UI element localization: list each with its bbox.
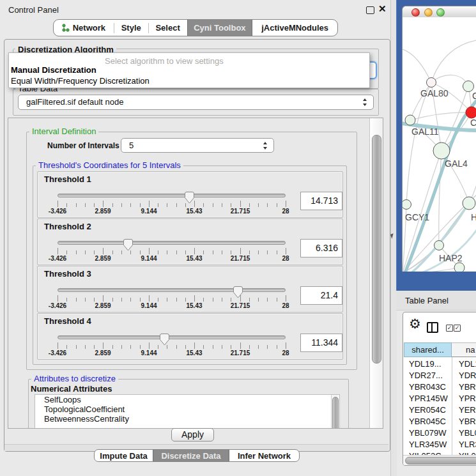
list-item[interactable]: BetweennessCentrality [35, 414, 339, 424]
tab-style[interactable]: Style [114, 20, 148, 36]
number-of-intervals-label: Number of Intervals [47, 141, 119, 150]
settings-scrollbar-thumb[interactable] [372, 135, 381, 364]
close-traffic-light[interactable] [411, 8, 420, 17]
network-node[interactable] [454, 263, 464, 272]
node-label: HAP2 [439, 253, 463, 263]
threshold-3-panel: Threshold 3 -3.426 2.859 9.144 15.43 21.… [37, 266, 343, 312]
threshold-2-slider[interactable] [58, 241, 286, 245]
table-row[interactable]: YBL079WYBL0 [403, 427, 476, 438]
network-node[interactable] [427, 78, 436, 88]
table-row[interactable]: YBR043CYBR0 [403, 381, 476, 392]
threshold-4-slider[interactable] [58, 335, 286, 339]
network-icon [62, 24, 70, 32]
table-hscrollbar-thumb[interactable] [405, 457, 476, 464]
table-row[interactable]: YPR145WYPR1 [403, 392, 476, 404]
table-rows: YDL19...YDL1 YDR27...YDR2 YBR043CYBR0 YP… [403, 357, 476, 455]
screen: Control Panel ✕ Network Style Select Cyn… [0, 0, 476, 476]
threshold-2-value-field[interactable]: 6.316 [300, 239, 342, 257]
threshold-1-slider-thumb[interactable] [185, 192, 194, 204]
network-window-titlebar[interactable] [402, 6, 476, 19]
tab-discretize-data[interactable]: Discretize Data [153, 450, 229, 461]
table-panel-header: Table Panel [396, 291, 476, 311]
tab-select[interactable]: Select [149, 20, 187, 36]
control-panel-title: Control Panel [8, 5, 59, 15]
table-row[interactable]: YER054CYER0 [403, 404, 476, 415]
table-row[interactable]: YLR345WYLR3 [403, 438, 476, 450]
settings-viewport: Interval Definition Number of Intervals … [8, 118, 369, 428]
threshold-3-value-field[interactable]: 21.4 [300, 286, 342, 305]
threshold-3-label: Threshold 3 [44, 269, 91, 279]
node-label: H [471, 212, 476, 222]
column-header-name[interactable]: na [452, 342, 476, 357]
threshold-1-slider[interactable] [58, 194, 286, 197]
threshold-4-panel: Threshold 4 -3.426 2.859 9.144 15.43 21.… [37, 313, 343, 360]
list-scrollbar-thumb[interactable] [332, 397, 339, 428]
tab-cyni-toolbox[interactable]: Cyni Toolbox [187, 20, 253, 36]
node-label: C [470, 118, 476, 128]
settings-scrollbar[interactable] [369, 118, 383, 428]
tab-network[interactable]: Network [54, 20, 114, 36]
column-header-shared[interactable]: shared... [404, 342, 452, 357]
table-row[interactable]: YDR27...YDR2 [403, 369, 476, 381]
table-row[interactable]: YIL052CYIL0 [403, 450, 476, 455]
number-of-intervals-spinner[interactable]: 5 [121, 138, 274, 153]
numerical-attributes-label: Numerical Attributes [31, 384, 112, 394]
zoom-traffic-light[interactable] [436, 8, 445, 17]
threshold-4-value-field[interactable]: 11.344 [300, 334, 342, 352]
select-none-icon[interactable]: ✓ [454, 325, 461, 332]
select-all-icon[interactable]: ✓ [446, 325, 453, 332]
numerical-attributes-list[interactable]: SelfLoops TopologicalCoefficient Between… [35, 394, 340, 428]
number-of-intervals-value: 5 [129, 139, 134, 152]
network-node[interactable] [405, 115, 415, 125]
algorithm-dropdown-popup: Select algorithm to view settings Manual… [8, 52, 370, 88]
node-label: GAL4 [445, 158, 468, 169]
minimize-traffic-light[interactable] [424, 8, 433, 17]
network-node[interactable] [463, 81, 474, 92]
apply-button[interactable]: Apply [171, 428, 214, 441]
node-label: GA [472, 91, 476, 101]
table-row[interactable]: YBR045CYBR0 [403, 415, 476, 427]
network-node-selected[interactable] [466, 107, 476, 118]
threshold-4-label: Threshold 4 [44, 316, 91, 326]
list-scrollbar[interactable] [331, 395, 339, 428]
table-data-combobox[interactable]: galFiltered.sif default node [18, 95, 374, 110]
settings-scrollpane: Interval Definition Number of Intervals … [8, 118, 383, 429]
threshold-2-panel: Threshold 2 -3.426 2.859 9.144 15.43 21.… [37, 219, 343, 265]
combo-arrows-icon [363, 98, 367, 106]
threshold-3-slider-thumb[interactable] [233, 286, 243, 298]
spinner-arrows-icon [263, 142, 268, 150]
tab-impute-data[interactable]: Impute Data [95, 450, 153, 461]
popup-option-equal-width[interactable]: Equal Width/Frequency Discretization [11, 76, 150, 86]
node-label: GAL80 [420, 88, 449, 98]
network-node[interactable] [433, 142, 450, 159]
table-hscrollbar[interactable] [403, 455, 476, 465]
network-canvas[interactable]: GAL80 GA C GAL11 GAL4 GCY1 H HAP2 [402, 17, 476, 272]
network-node[interactable] [434, 241, 444, 250]
list-item[interactable]: SelfLoops [35, 395, 339, 404]
split-columns-icon[interactable] [427, 322, 438, 333]
float-window-icon[interactable] [366, 6, 374, 14]
attributes-group-label: Attributes to discretize [31, 374, 118, 383]
threshold-2-label: Threshold 2 [44, 222, 91, 231]
bottom-tabs: Impute Data Discretize Data Infer Networ… [94, 449, 300, 462]
network-node[interactable] [403, 200, 411, 210]
tab-infer-network[interactable]: Infer Network [229, 450, 299, 461]
threshold-1-value-field[interactable]: 14.713 [300, 192, 342, 210]
table-row[interactable]: YDL19...YDL1 [403, 358, 476, 369]
threshold-3-slider[interactable] [58, 288, 286, 292]
list-item[interactable]: TopologicalCoefficient [35, 404, 339, 414]
close-icon[interactable]: ✕ [378, 3, 387, 15]
threshold-1-panel: Threshold 1 -3.426 2.859 9.144 15.43 21.… [37, 171, 343, 218]
tab-jactivemnodules[interactable]: jActiveMNodules [252, 20, 337, 36]
threshold-4-slider-thumb[interactable] [160, 334, 169, 346]
node-label: GAL11 [411, 127, 439, 137]
threshold-2-slider-thumb[interactable] [123, 239, 133, 251]
threshold-4-ticks [58, 342, 286, 349]
gear-icon[interactable]: ⚙ [409, 316, 421, 332]
node-label: GCY1 [405, 212, 429, 222]
popup-hint: Select algorithm to view settings [105, 56, 224, 66]
control-panel-tabs: Network Style Select Cyni Toolbox jActiv… [53, 19, 338, 36]
interval-definition-label: Interval Definition [29, 127, 98, 136]
network-node[interactable] [463, 197, 475, 210]
popup-option-manual-discretization[interactable]: Manual Discretization [11, 65, 96, 75]
